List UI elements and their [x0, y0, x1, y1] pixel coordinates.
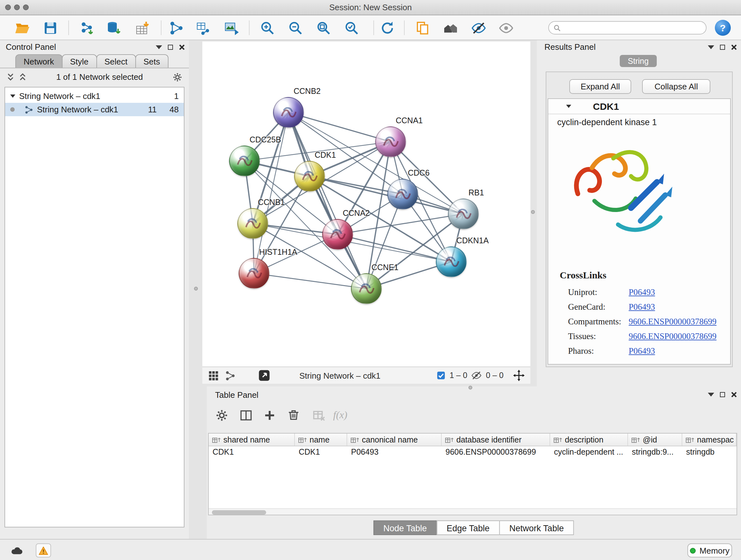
birdseye-view-button[interactable]	[442, 19, 459, 37]
tab-select[interactable]: Select	[96, 54, 136, 68]
network-node-cdc6[interactable]	[387, 179, 418, 209]
table-options-button[interactable]	[213, 407, 230, 423]
network-row-selected[interactable]: String Network – cdk1 11 48	[5, 103, 184, 116]
delete-table-button-disabled	[310, 407, 327, 423]
table-panel: Table Panel f(x) shared namenamecanonica…	[207, 386, 741, 539]
network-edge[interactable]	[254, 273, 366, 289]
network-view-icon[interactable]	[225, 370, 235, 381]
collapse-arrow-icon[interactable]	[10, 95, 15, 98]
network-node-hist1h1a[interactable]	[239, 258, 269, 289]
hide-panel-button[interactable]	[470, 19, 487, 37]
network-edge[interactable]	[310, 176, 463, 214]
grid-view-icon[interactable]	[208, 370, 219, 381]
expand-all-icon[interactable]	[18, 73, 27, 81]
delete-column-button[interactable]	[285, 407, 302, 423]
show-panel-button[interactable]	[497, 19, 515, 37]
cloud-status-button[interactable]	[8, 543, 25, 557]
tab-network[interactable]: Network	[15, 54, 62, 68]
network-node-ccna1[interactable]	[375, 126, 406, 157]
column-header-namespac[interactable]: namespac	[682, 434, 737, 446]
show-columns-button[interactable]	[238, 407, 254, 423]
collapse-all-button[interactable]: Collapse All	[642, 79, 711, 94]
network-from-table-button[interactable]	[195, 19, 212, 37]
gear-icon[interactable]	[172, 72, 183, 82]
import-network-database-button[interactable]	[105, 19, 122, 37]
float-panel-icon[interactable]	[156, 45, 162, 49]
network-node-ccnb1[interactable]	[238, 208, 268, 239]
zoom-out-button[interactable]	[286, 19, 304, 37]
detach-view-icon[interactable]	[258, 369, 271, 382]
float-panel-icon[interactable]	[708, 45, 714, 49]
save-session-button[interactable]	[42, 19, 59, 37]
network-node-ccnb2[interactable]	[273, 97, 304, 128]
maximize-panel-icon[interactable]	[168, 44, 173, 50]
network-node-cdc25b[interactable]	[229, 145, 260, 176]
network-node-rb1[interactable]	[448, 199, 479, 229]
expand-all-button[interactable]: Expand All	[569, 79, 631, 94]
new-network-button[interactable]	[167, 19, 185, 37]
crosslink-value-link[interactable]: P06493	[629, 302, 655, 312]
memory-button[interactable]: Memory	[687, 543, 732, 557]
collapse-all-icon[interactable]	[6, 73, 15, 81]
zoom-in-button[interactable]	[259, 19, 276, 37]
question-mark-icon: ?	[720, 22, 726, 33]
close-panel-icon[interactable]	[179, 44, 185, 50]
crosslink-value-link[interactable]: 9606.ENSP00000378699	[629, 331, 717, 341]
network-node-cdkn1a[interactable]	[436, 246, 467, 277]
collapse-section-icon[interactable]	[566, 105, 571, 108]
hidden-items-eye-slash-icon[interactable]	[471, 371, 482, 380]
tab-node-table[interactable]: Node Table	[373, 520, 437, 535]
selected-nodes-checkbox-icon[interactable]	[437, 371, 446, 380]
sort-column-icon	[553, 436, 562, 443]
pan-crosshair-icon[interactable]	[513, 370, 525, 381]
string-tab-badge[interactable]: String	[620, 55, 657, 67]
copy-document-button[interactable]	[414, 19, 431, 37]
tab-network-table[interactable]: Network Table	[499, 520, 574, 535]
column-header-shared-name[interactable]: shared name	[209, 434, 295, 446]
network-view-canvas[interactable]: CCNB2CCNA1CDC25BCDK1CDC6RB1CCNB1CCNA2CDK…	[202, 42, 530, 367]
gene-card-header[interactable]: CDK1	[548, 99, 730, 114]
node-label: CCNA2	[343, 209, 370, 218]
network-node-cdk1[interactable]	[294, 161, 325, 192]
export-image-button[interactable]	[223, 19, 240, 37]
network-collection-row[interactable]: String Network – cdk1 1	[5, 89, 184, 103]
bottom-splitter-handle[interactable]	[468, 386, 472, 389]
column-header-name[interactable]: name	[295, 434, 347, 446]
crosslink-value-link[interactable]: 9606.ENSP00000378699	[629, 316, 717, 327]
column-header-database-identifier[interactable]: database identifier	[442, 434, 550, 446]
network-node-ccne1[interactable]	[351, 273, 382, 304]
tab-sets[interactable]: Sets	[135, 54, 168, 68]
network-edge[interactable]	[288, 112, 391, 142]
import-network-file-button[interactable]	[78, 19, 95, 37]
search-box[interactable]	[548, 21, 706, 35]
left-splitter-handle[interactable]	[194, 287, 198, 291]
maximize-panel-icon[interactable]	[720, 392, 725, 397]
float-panel-icon[interactable]	[708, 393, 714, 396]
tab-edge-table[interactable]: Edge Table	[436, 520, 500, 535]
network-node-ccna2[interactable]	[322, 219, 353, 250]
column-header-description[interactable]: description	[550, 434, 628, 446]
create-column-button[interactable]	[261, 407, 278, 423]
open-session-button[interactable]	[13, 19, 30, 37]
column-header--id[interactable]: @id	[628, 434, 682, 446]
apply-layout-button[interactable]	[379, 19, 396, 37]
warnings-button[interactable]	[36, 543, 51, 557]
table-cell: P06493	[347, 446, 442, 458]
table-row[interactable]: CDK1CDK1P064939606.ENSP00000378699cyclin…	[209, 446, 737, 458]
close-panel-icon[interactable]	[731, 44, 737, 50]
crosslink-value-link[interactable]: P06493	[629, 346, 655, 356]
search-input[interactable]	[564, 23, 701, 32]
maximize-panel-icon[interactable]	[720, 44, 725, 50]
right-splitter-handle[interactable]	[531, 210, 535, 214]
zoom-fit-button[interactable]	[315, 19, 332, 37]
column-header-canonical-name[interactable]: canonical name	[347, 434, 442, 446]
crosslink-value-link[interactable]: P06493	[629, 287, 655, 297]
scrollbar-thumb[interactable]	[212, 510, 266, 514]
tab-style[interactable]: Style	[62, 54, 97, 68]
import-table-button[interactable]	[133, 19, 151, 37]
help-button[interactable]: ?	[715, 20, 731, 36]
zoom-selected-button[interactable]	[343, 19, 360, 37]
horizontal-scrollbar[interactable]	[209, 508, 737, 515]
network-edge[interactable]	[288, 112, 366, 289]
close-panel-icon[interactable]	[731, 391, 737, 398]
